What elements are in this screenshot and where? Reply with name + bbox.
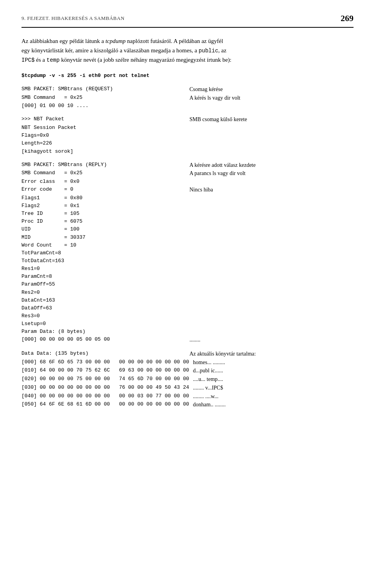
code-left-text: Word Count = 10 <box>21 241 186 249</box>
intro-text-1: Az alábbiakban egy példát látunk a <box>21 38 105 44</box>
code-right-comment: ....u... temp.... <box>193 375 223 384</box>
page-number: 269 <box>341 12 354 25</box>
code-right-comment: Az aktuális könyvtár tartalma: <box>189 350 256 358</box>
code-left-text: Flags2 = 0x1 <box>21 202 186 210</box>
code-left-text: [kihagyott sorok] <box>21 148 186 155</box>
code-left-text: Flags1 = 0x80 <box>21 194 186 202</box>
code-left-text: DataCnt=163 <box>21 297 186 304</box>
block-nbt: >>> NBT Packet SMB csomag külső kerete N… <box>21 115 354 155</box>
code-line: Res2=0 <box>21 289 354 297</box>
code-line: Res1=0 <box>21 265 354 273</box>
code-left-text: [000] 00 00 00 00 05 00 05 00 <box>21 336 186 344</box>
code-right-comment: Nincs hiba <box>189 186 213 194</box>
code-right-comment: donham.. ........ <box>193 400 226 409</box>
code-left-text: SMB Command = 0x25 <box>21 169 186 178</box>
code-line: ParamCnt=8 <box>21 273 354 281</box>
code-left-text: UID = 100 <box>21 225 186 233</box>
code-left-text: Data Data: (135 bytes) <box>21 350 186 358</box>
code-right-comment: SMB csomag külső kerete <box>189 115 247 124</box>
tcpdump-italic: tcpdump <box>105 38 126 44</box>
code-line: TotParamCnt=8 <box>21 249 354 257</box>
code-left-text: SMB PACKET: SMBtrans (REPLY) <box>21 161 186 170</box>
code-left-text: [000] 68 6F 6D 65 73 00 00 00 00 00 00 0… <box>21 358 189 367</box>
code-line: Data Data: (135 bytes) Az aktuális könyv… <box>21 350 354 358</box>
intro-text-3m: és a <box>35 57 46 63</box>
code-line: Word Count = 10 <box>21 241 354 249</box>
code-line: Lsetup=0 <box>21 320 354 328</box>
code-left-text: NBT Session Packet <box>21 124 186 132</box>
chapter-title: 9. FEJEZET. HIBAKERESÉS A SAMBÁBAN <box>21 14 125 22</box>
code-left-text: Param Data: (8 bytes) <box>21 328 186 336</box>
page-header: 9. FEJEZET. HIBAKERESÉS A SAMBÁBAN 269 <box>21 12 354 28</box>
page: 9. FEJEZET. HIBAKERESÉS A SAMBÁBAN 269 A… <box>0 0 375 588</box>
code-right-comment: ........ <box>189 336 200 344</box>
code-left-text: Res2=0 <box>21 289 186 297</box>
code-line: ParamOff=55 <box>21 281 354 288</box>
code-left-text: Lsetup=0 <box>21 320 186 328</box>
code-line: [000] 00 00 00 00 05 00 05 00 ........ <box>21 336 354 344</box>
code-temp: temp <box>46 57 60 63</box>
code-left-text: [010] 64 00 00 00 70 75 62 6C 69 63 00 0… <box>21 366 189 375</box>
code-line: [020] 00 00 00 00 75 00 00 00 74 65 6D 7… <box>21 375 354 384</box>
code-right-comment: A parancs ls vagy dir volt <box>189 169 245 178</box>
code-line: TotDataCnt=163 <box>21 257 354 265</box>
code-left-text: TotDataCnt=163 <box>21 257 186 265</box>
code-left-text: [030] 00 00 00 00 00 00 00 00 76 00 00 0… <box>21 384 189 392</box>
code-left-text: Tree ID = 105 <box>21 210 186 218</box>
code-left-text: >>> NBT Packet <box>21 115 186 124</box>
code-left-text: SMB PACKET: SMBtrans (REQUEST) <box>21 85 186 94</box>
code-section: $tcpdump -v -s 255 -i eth0 port not teln… <box>21 72 354 409</box>
code-line: SMB PACKET: SMBtrans (REQUEST) Csomag ké… <box>21 85 354 94</box>
code-left-text: ParamCnt=8 <box>21 273 186 281</box>
code-line: [010] 64 00 00 00 70 75 62 6C 69 63 00 0… <box>21 366 354 375</box>
code-line: MID = 30337 <box>21 234 354 241</box>
code-right-comment: ........ ....w... <box>193 392 218 401</box>
command-line: $tcpdump -v -s 255 -i eth0 port not teln… <box>21 72 354 80</box>
intro-text-2: egy könyvtárlistát kér, amire a kiszolgá… <box>21 47 198 54</box>
code-ipcs: IPC$ <box>21 57 35 63</box>
code-line: Flags2 = 0x1 <box>21 202 354 210</box>
code-right-comment: d...publ ic...... <box>193 366 223 375</box>
code-left-text: Error code = 0 <box>21 186 186 194</box>
code-line: [040] 00 00 00 00 00 00 00 00 00 00 03 0… <box>21 392 354 401</box>
code-line: [000] 01 00 00 10 .... <box>21 102 354 110</box>
code-line: SMB PACKET: SMBtrans (REPLY) A kérésre a… <box>21 161 354 170</box>
code-left-text: ParamOff=55 <box>21 281 186 288</box>
code-line: SMB Command = 0x25 A kérés ls vagy dir v… <box>21 94 354 102</box>
code-left-text: [050] 64 6F 6E 68 61 6D 00 00 00 00 00 0… <box>21 400 189 409</box>
code-left-text: Res1=0 <box>21 265 186 273</box>
intro-text-2b: , az <box>218 47 227 54</box>
code-line: Proc ID = 6075 <box>21 218 354 225</box>
block-reply: SMB PACKET: SMBtrans (REPLY) A kérésre a… <box>21 161 354 344</box>
code-left-text: [000] 01 00 00 10 .... <box>21 102 186 110</box>
intro-text-3e: könyvtár nevét (a jobb szélre néhány mag… <box>60 57 232 63</box>
code-line: Flags=0x0 <box>21 132 354 139</box>
code-right-comment: ........ v...IPC$ <box>193 384 223 392</box>
code-left-text: Res3=0 <box>21 312 186 320</box>
block-request: SMB PACKET: SMBtrans (REQUEST) Csomag ké… <box>21 85 354 110</box>
code-left-text: SMB Command = 0x25 <box>21 94 186 102</box>
code-right-comment: A kérés ls vagy dir volt <box>189 94 240 102</box>
cmd-text: $tcpdump -v -s 255 -i eth0 port not teln… <box>21 72 186 80</box>
code-line: DataCnt=163 <box>21 297 354 304</box>
code-public: public <box>198 48 218 54</box>
code-right-comment: A kérésre adott válasz kezdete <box>189 161 255 170</box>
code-left-text: Length=226 <box>21 139 186 147</box>
code-line: [kihagyott sorok] <box>21 148 354 155</box>
code-left-text: TotParamCnt=8 <box>21 249 186 257</box>
code-left-text: Error class = 0x0 <box>21 178 186 186</box>
code-left-text: DataOff=63 <box>21 304 186 312</box>
code-line: [000] 68 6F 6D 65 73 00 00 00 00 00 00 0… <box>21 358 354 367</box>
intro-text-1b: naplózott futásáról. A példában az ügyfé… <box>126 38 223 44</box>
code-line: Tree ID = 105 <box>21 210 354 218</box>
code-right-comment: Csomag kérése <box>189 85 223 94</box>
code-left-text: MID = 30337 <box>21 234 186 241</box>
code-line: [050] 64 6F 6E 68 61 6D 00 00 00 00 00 0… <box>21 400 354 409</box>
code-line: Res3=0 <box>21 312 354 320</box>
code-line: Error class = 0x0 <box>21 178 354 186</box>
code-left-text: Flags=0x0 <box>21 132 186 139</box>
code-right-comment: homes... ......... <box>193 358 225 367</box>
code-line: Length=226 <box>21 139 354 147</box>
code-line: Param Data: (8 bytes) <box>21 328 354 336</box>
code-line: NBT Session Packet <box>21 124 354 132</box>
